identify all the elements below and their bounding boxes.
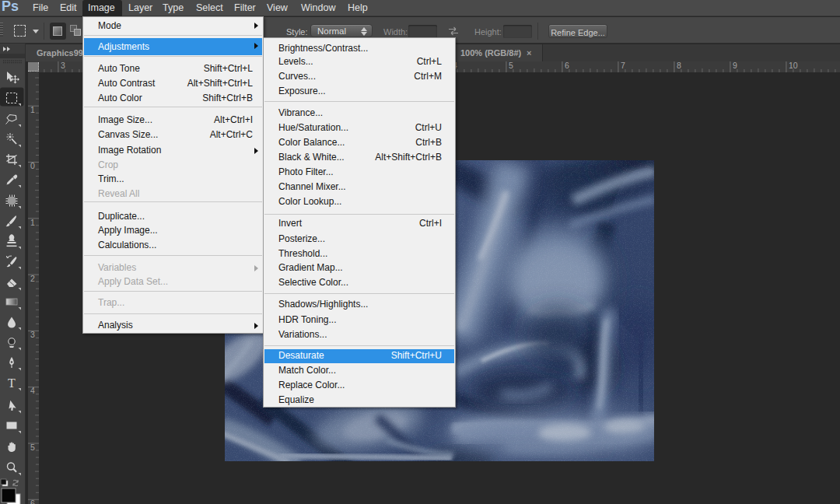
svg-text:2: 2 <box>30 274 35 283</box>
svg-text:8: 8 <box>677 61 681 70</box>
svg-text:10: 10 <box>789 61 798 70</box>
svg-text:6: 6 <box>30 499 35 504</box>
svg-text:1: 1 <box>30 105 35 114</box>
svg-text:7: 7 <box>621 61 625 70</box>
svg-text:3: 3 <box>61 61 65 70</box>
svg-text:3: 3 <box>30 330 35 339</box>
svg-text:5: 5 <box>509 61 513 70</box>
svg-text:1: 1 <box>30 218 35 227</box>
svg-text:9: 9 <box>733 61 737 70</box>
svg-text:4: 4 <box>30 386 35 395</box>
svg-text:T: T <box>8 376 16 390</box>
svg-text:6: 6 <box>565 61 569 70</box>
svg-text:0: 0 <box>30 161 35 170</box>
svg-text:5: 5 <box>30 443 35 452</box>
